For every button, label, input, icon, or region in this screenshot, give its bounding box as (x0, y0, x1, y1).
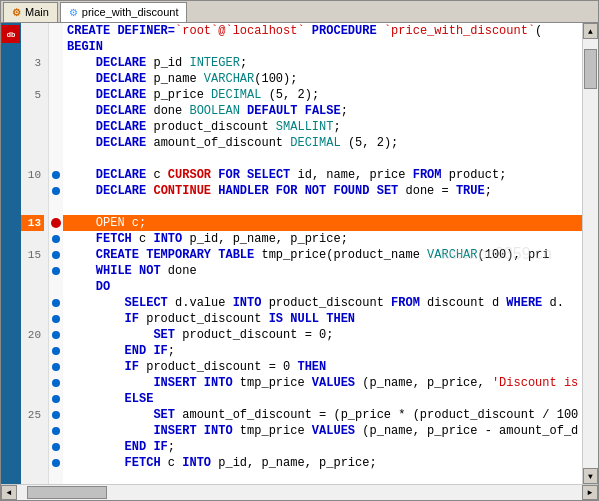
dot-gutter (49, 23, 63, 484)
scroll-track-h[interactable] (17, 485, 582, 500)
line-num-3: 3 (21, 55, 44, 71)
dot-14 (49, 231, 63, 247)
code-line-24: ELSE (63, 391, 582, 407)
editor-container: db 3 5 10 13 15 20 (1, 23, 598, 484)
logo-text: db (7, 31, 16, 38)
code-line-23: INSERT INTO tmp_price VALUES (p_name, p_… (63, 375, 582, 391)
code-line-21: END IF; (63, 343, 582, 359)
code-line-10: DECLARE c CURSOR FOR SELECT id, name, pr… (63, 167, 582, 183)
dot-24 (49, 391, 63, 407)
tab-main[interactable]: ⚙ Main (3, 2, 58, 22)
line-num-24 (21, 391, 44, 407)
dot-22 (49, 359, 63, 375)
line-num-1 (21, 23, 44, 39)
line-num-8 (21, 135, 44, 151)
line-num-10: 10 (21, 167, 44, 183)
code-line-3: DECLARE p_id INTEGER; (63, 55, 582, 71)
line-num-22 (21, 359, 44, 375)
dot-11 (49, 183, 63, 199)
line-num-27 (21, 439, 44, 455)
dot-6 (49, 103, 63, 119)
main-tab-label: Main (25, 6, 49, 18)
dot-9 (49, 151, 63, 167)
line-num-15: 15 (21, 247, 44, 263)
code-line-13: OPEN c; (63, 215, 582, 231)
line-num-20: 20 (21, 327, 44, 343)
code-line-28: FETCH c INTO p_id, p_name, p_price; (63, 455, 582, 471)
code-line-7: DECLARE product_discount SMALLINT; (63, 119, 582, 135)
code-line-14: FETCH c INTO p_id, p_name, p_price; (63, 231, 582, 247)
scroll-right-button[interactable]: ► (582, 485, 598, 500)
line-num-18 (21, 295, 44, 311)
dot-21 (49, 343, 63, 359)
dot-19 (49, 311, 63, 327)
dot-10 (49, 167, 63, 183)
main-window: ⚙ Main ⚙ price_with_discount db 3 5 10 (0, 0, 599, 501)
scroll-down-button[interactable]: ▼ (583, 468, 598, 484)
vertical-scrollbar[interactable]: ▲ ▼ (582, 23, 598, 484)
dot-8 (49, 135, 63, 151)
code-line-17: DO (63, 279, 582, 295)
procedure-tab-label: price_with_discount (82, 6, 179, 18)
dot-3 (49, 55, 63, 71)
line-num-25: 25 (21, 407, 44, 423)
scroll-thumb[interactable] (584, 49, 597, 89)
scroll-thumb-h[interactable] (27, 486, 107, 499)
line-num-6 (21, 103, 44, 119)
dot-27 (49, 439, 63, 455)
line-num-28 (21, 455, 44, 471)
horizontal-scrollbar[interactable]: ◄ ► (1, 484, 598, 500)
dot-20 (49, 327, 63, 343)
line-num-17 (21, 279, 44, 295)
tab-price-with-discount[interactable]: ⚙ price_with_discount (60, 2, 188, 22)
dot-2 (49, 39, 63, 55)
code-line-20: SET product_discount = 0; (63, 327, 582, 343)
code-line-18: SELECT d.value INTO product_discount FRO… (63, 295, 582, 311)
scroll-track[interactable] (583, 39, 598, 468)
dot-17 (49, 279, 63, 295)
left-gutter: db (1, 23, 21, 484)
dot-15 (49, 247, 63, 263)
code-line-1: CREATE DEFINER=`root`@`localhost` PROCED… (63, 23, 582, 39)
title-bar: ⚙ Main ⚙ price_with_discount (1, 1, 598, 23)
line-num-21 (21, 343, 44, 359)
logo-box: db (2, 25, 20, 43)
code-line-9 (63, 151, 582, 167)
code-content: CREATE DEFINER=`root`@`localhost` PROCED… (63, 23, 582, 471)
code-line-6: DECLARE done BOOLEAN DEFAULT FALSE; (63, 103, 582, 119)
line-num-11 (21, 183, 44, 199)
line-num-9 (21, 151, 44, 167)
dot-25 (49, 407, 63, 423)
line-num-5: 5 (21, 87, 44, 103)
line-num-13: 13 (21, 215, 44, 231)
dot-13 (49, 215, 63, 231)
code-line-16: WHILE NOT done (63, 263, 582, 279)
main-tab-icon: ⚙ (12, 7, 21, 18)
code-line-4: DECLARE p_name VARCHAR(100); (63, 71, 582, 87)
code-line-2: BEGIN (63, 39, 582, 55)
dot-18 (49, 295, 63, 311)
code-line-11: DECLARE CONTINUE HANDLER FOR NOT FOUND S… (63, 183, 582, 199)
line-num-23 (21, 375, 44, 391)
line-numbers: 3 5 10 13 15 20 25 (21, 23, 49, 484)
dot-23 (49, 375, 63, 391)
dot-1 (49, 23, 63, 39)
code-line-25: SET amount_of_discount = (p_price * (pro… (63, 407, 582, 423)
code-area[interactable]: CREATE DEFINER=`root`@`localhost` PROCED… (63, 23, 582, 484)
code-line-12 (63, 199, 582, 215)
dot-4 (49, 71, 63, 87)
code-line-5: DECLARE p_price DECIMAL (5, 2); (63, 87, 582, 103)
scroll-up-button[interactable]: ▲ (583, 23, 598, 39)
code-line-27: END IF; (63, 439, 582, 455)
procedure-tab-icon: ⚙ (69, 7, 78, 18)
line-num-19 (21, 311, 44, 327)
line-num-4 (21, 71, 44, 87)
dot-26 (49, 423, 63, 439)
code-line-15: CREATE TEMPORARY TABLE tmp_price(product… (63, 247, 582, 263)
dot-7 (49, 119, 63, 135)
code-line-8: DECLARE amount_of_discount DECIMAL (5, 2… (63, 135, 582, 151)
dot-5 (49, 87, 63, 103)
dot-16 (49, 263, 63, 279)
scroll-left-button[interactable]: ◄ (1, 485, 17, 500)
code-line-22: IF product_discount = 0 THEN (63, 359, 582, 375)
